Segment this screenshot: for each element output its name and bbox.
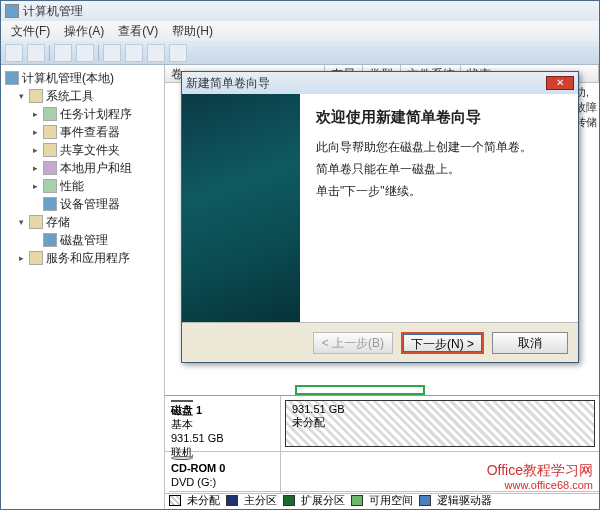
disk-header: 磁盘 1 基本 931.51 GB 联机	[165, 396, 281, 451]
disk-label: 磁盘 1	[171, 403, 274, 417]
expand-icon[interactable]: ▸	[31, 146, 40, 155]
help-icon[interactable]	[169, 44, 187, 62]
label: 计算机管理(本地)	[22, 70, 114, 87]
perf-icon	[43, 179, 57, 193]
disk-row-1[interactable]: 磁盘 1 基本 931.51 GB 联机 931.51 GB 未分配	[165, 396, 599, 452]
wizard-dialog: 新建简单卷向导 ✕ 欢迎使用新建简单卷向导 此向导帮助您在磁盘上创建一个简单卷。…	[181, 71, 579, 363]
label: 性能	[60, 178, 84, 195]
menu-bar: 文件(F) 操作(A) 查看(V) 帮助(H)	[1, 21, 599, 41]
label: 系统工具	[46, 88, 94, 105]
legend-extended: 扩展分区	[301, 493, 345, 508]
storage-icon	[29, 215, 43, 229]
expand-icon[interactable]: ▸	[31, 110, 40, 119]
back-icon[interactable]	[5, 44, 23, 62]
label: 任务计划程序	[60, 106, 132, 123]
label: 存储	[46, 214, 70, 231]
cancel-button[interactable]: 取消	[492, 332, 568, 354]
cdrom-label: CD-ROM 0	[171, 461, 274, 475]
back-button: < 上一步(B)	[313, 332, 393, 354]
tree-disk-management[interactable]: 磁盘管理	[3, 231, 162, 249]
dialog-titlebar[interactable]: 新建简单卷向导 ✕	[182, 72, 578, 94]
close-button[interactable]: ✕	[546, 76, 574, 90]
toolbar	[1, 41, 599, 65]
wizard-line2: 简单卷只能在单一磁盘上。	[316, 161, 564, 177]
legend: 未分配 主分区 扩展分区 可用空间 逻辑驱动器	[169, 491, 599, 507]
tree-task-scheduler[interactable]: ▸任务计划程序	[3, 105, 162, 123]
menu-action[interactable]: 操作(A)	[58, 21, 110, 42]
swatch-extended	[283, 495, 295, 506]
view-icon[interactable]	[103, 44, 121, 62]
tree-device-manager[interactable]: 设备管理器	[3, 195, 162, 213]
disk-row-cdrom[interactable]: CD-ROM 0 DVD (G:)	[165, 452, 599, 494]
dialog-footer: < 上一步(B) 下一步(N) > 取消	[182, 322, 578, 362]
legend-unalloc: 未分配	[187, 493, 220, 508]
app-icon	[5, 4, 19, 18]
tree-local-users[interactable]: ▸本地用户和组	[3, 159, 162, 177]
up-icon[interactable]	[54, 44, 72, 62]
title-bar: 计算机管理	[1, 1, 599, 21]
app-window: 计算机管理 文件(F) 操作(A) 查看(V) 帮助(H) 计算机管理(本地) …	[0, 0, 600, 510]
label: 共享文件夹	[60, 142, 120, 159]
swatch-logical	[419, 495, 431, 506]
selection-highlight	[295, 385, 425, 395]
swatch-primary	[226, 495, 238, 506]
disk-volumes	[281, 452, 599, 493]
dialog-body: 欢迎使用新建简单卷向导 此向导帮助您在磁盘上创建一个简单卷。 简单卷只能在单一磁…	[182, 94, 578, 322]
collapse-icon[interactable]: ▾	[17, 218, 26, 227]
tree-shared-folders[interactable]: ▸共享文件夹	[3, 141, 162, 159]
device-icon	[43, 197, 57, 211]
list-icon[interactable]	[147, 44, 165, 62]
expand-icon[interactable]: ▸	[31, 182, 40, 191]
computer-icon	[5, 71, 19, 85]
tree-performance[interactable]: ▸性能	[3, 177, 162, 195]
disk-icon	[171, 400, 193, 402]
forward-icon[interactable]	[27, 44, 45, 62]
legend-logical: 逻辑驱动器	[437, 493, 492, 508]
menu-help[interactable]: 帮助(H)	[166, 21, 219, 42]
disk-size: 931.51 GB	[171, 431, 274, 445]
label: 磁盘管理	[60, 232, 108, 249]
event-icon	[43, 125, 57, 139]
toolbar-sep	[98, 45, 99, 61]
tree-root[interactable]: 计算机管理(本地)	[3, 69, 162, 87]
refresh-icon[interactable]	[125, 44, 143, 62]
disk-kind: 基本	[171, 417, 274, 431]
tree-event-viewer[interactable]: ▸事件查看器	[3, 123, 162, 141]
nav-tree: 计算机管理(本地) ▾系统工具 ▸任务计划程序 ▸事件查看器 ▸共享文件夹 ▸本…	[1, 65, 165, 509]
expand-icon[interactable]: ▸	[31, 164, 40, 173]
dialog-title: 新建简单卷向导	[186, 75, 546, 92]
wizard-line1: 此向导帮助您在磁盘上创建一个简单卷。	[316, 139, 564, 155]
tools-icon	[29, 89, 43, 103]
spacer	[31, 200, 40, 209]
users-icon	[43, 161, 57, 175]
label: 设备管理器	[60, 196, 120, 213]
expand-icon[interactable]: ▸	[17, 254, 26, 263]
legend-primary: 主分区	[244, 493, 277, 508]
toolbar-sep	[49, 45, 50, 61]
tree-services-apps[interactable]: ▸服务和应用程序	[3, 249, 162, 267]
properties-icon[interactable]	[76, 44, 94, 62]
tree-storage[interactable]: ▾存储	[3, 213, 162, 231]
next-button[interactable]: 下一步(N) >	[401, 332, 484, 354]
label: 服务和应用程序	[46, 250, 130, 267]
legend-free: 可用空间	[369, 493, 413, 508]
menu-file[interactable]: 文件(F)	[5, 21, 56, 42]
disk-icon	[43, 233, 57, 247]
spacer	[31, 236, 40, 245]
partition-unallocated[interactable]: 931.51 GB 未分配	[285, 400, 595, 447]
clock-icon	[43, 107, 57, 121]
label: 本地用户和组	[60, 160, 132, 177]
expand-icon[interactable]: ▸	[31, 128, 40, 137]
label: 事件查看器	[60, 124, 120, 141]
collapse-icon[interactable]: ▾	[17, 92, 26, 101]
wizard-line3: 单击"下一步"继续。	[316, 183, 564, 199]
tree-system-tools[interactable]: ▾系统工具	[3, 87, 162, 105]
services-icon	[29, 251, 43, 265]
disk-volumes: 931.51 GB 未分配	[281, 396, 599, 451]
disk-header: CD-ROM 0 DVD (G:)	[165, 452, 281, 493]
wizard-heading: 欢迎使用新建简单卷向导	[316, 108, 564, 127]
swatch-free	[351, 495, 363, 506]
menu-view[interactable]: 查看(V)	[112, 21, 164, 42]
folder-icon	[43, 143, 57, 157]
cdrom-icon	[171, 456, 193, 460]
